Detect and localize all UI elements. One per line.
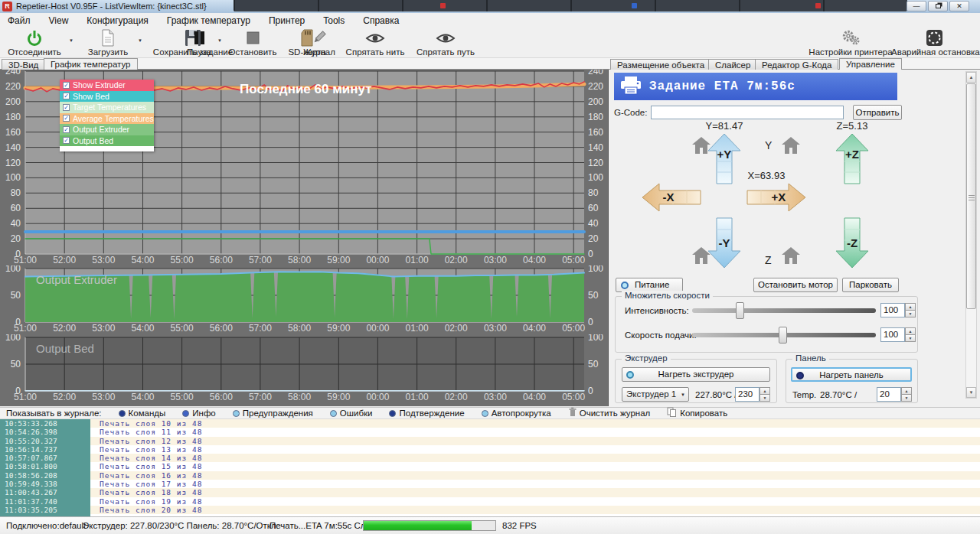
park-button[interactable]: Парковать — [842, 278, 899, 292]
home-all-button[interactable] — [692, 247, 710, 264]
menu-item-Справка[interactable]: Справка — [363, 15, 399, 26]
tab-3D-Вид[interactable]: 3D-Вид — [2, 59, 45, 70]
menu-item-View[interactable]: View — [49, 15, 69, 26]
jog-minus-x-button[interactable]: -X — [642, 184, 701, 211]
restore-button[interactable] — [928, 1, 948, 11]
heat-bed-button[interactable]: Нагреть панель — [791, 367, 912, 382]
legend-item-average-temperatures[interactable]: ✓Average Temperatures — [60, 113, 154, 125]
spin-down-icon[interactable]: ▼ — [905, 334, 916, 342]
send-gcode-button[interactable]: Отправить — [853, 105, 902, 120]
hide-filament-button[interactable]: Спрятать нить — [343, 29, 407, 57]
dropdown-caret-icon[interactable]: ▼ — [69, 38, 74, 43]
legend-item-show-extruder[interactable]: ✓Show Extruder — [60, 80, 154, 91]
hide-path-button[interactable]: Спрятать путь — [413, 29, 478, 57]
emergency-stop-button[interactable]: Аварийная остановка — [891, 29, 977, 57]
log-filter-подтверждение[interactable]: Подтверждение — [389, 409, 464, 418]
home-z-button[interactable] — [782, 247, 800, 264]
log-filter-инфо[interactable]: Инфо — [182, 409, 215, 418]
stop-button[interactable]: Остановить — [225, 29, 280, 57]
feed-value[interactable]: 100 — [880, 327, 905, 342]
extruder-target-value[interactable]: 230 — [735, 387, 760, 402]
menu-item-Конфигурация[interactable]: Конфигурация — [87, 15, 149, 26]
pause-button[interactable]: Пауза ▼ — [184, 29, 214, 57]
log-filter-автопрокрутка[interactable]: Автопрокрутка — [482, 409, 551, 418]
filter-label: Ошибки — [340, 409, 373, 418]
legend-checkbox[interactable]: ✓ — [63, 115, 70, 122]
dropdown-caret-icon[interactable]: ▼ — [138, 38, 142, 43]
printer-settings-button[interactable]: Настройки принтера — [808, 29, 893, 57]
log-filter-команды[interactable]: Команды — [119, 409, 166, 418]
x-tick-label: 01:00 — [406, 255, 429, 265]
dropdown-caret-icon[interactable]: ▼ — [217, 38, 222, 43]
bed-current-temp: 28.70°C / — [820, 390, 857, 399]
legend-checkbox[interactable]: ✓ — [63, 93, 70, 99]
tab-Слайсер[interactable]: Слайсер — [708, 59, 757, 70]
x-tick-label: 04:00 — [523, 255, 546, 265]
legend-checkbox[interactable]: ✓ — [63, 104, 70, 111]
legend-checkbox[interactable]: ✓ — [63, 82, 70, 89]
x-tick-label: 04:00 — [523, 323, 546, 334]
legend-item-output-bed[interactable]: ✓Output Bed — [60, 135, 154, 147]
close-button[interactable]: ✕ — [949, 1, 969, 11]
flow-slider-thumb[interactable] — [736, 302, 744, 319]
jog-plus-x-button[interactable]: +X — [747, 184, 805, 211]
x-tick-label: 00:00 — [366, 323, 389, 334]
svg-text:-X: -X — [663, 190, 675, 204]
legend-item-show-bed[interactable]: ✓Show Bed — [60, 91, 154, 103]
y-tick-label: 200 — [5, 96, 21, 107]
log-filter-ошибки[interactable]: Ошибки — [330, 409, 373, 418]
spin-down-icon[interactable]: ▼ — [760, 394, 770, 402]
scroll-up-icon[interactable]: ▲ — [966, 72, 976, 83]
scroll-down-icon[interactable]: ▼ — [966, 387, 976, 398]
scrollbar-thumb[interactable] — [966, 83, 976, 309]
load-button[interactable]: Загрузить ▼ — [83, 29, 133, 57]
menu-item-Файл[interactable]: Файл — [8, 15, 31, 26]
log-message: Печать слоя 12 из 48 — [100, 437, 202, 445]
y-tick-label: 100 — [588, 334, 603, 343]
gcode-input[interactable] — [651, 106, 844, 119]
clear-log-button[interactable]: Очистить журнал — [568, 407, 651, 419]
tab-Управление[interactable]: Управление — [839, 58, 902, 70]
legend-item-target-temperatures[interactable]: ✓Target Temperatures — [60, 102, 154, 113]
menu-item-Tools[interactable]: Tools — [323, 15, 345, 26]
tab-График температур[interactable]: График температур — [44, 58, 138, 70]
spin-down-icon[interactable]: ▼ — [901, 394, 912, 402]
legend-item-output-extruder[interactable]: ✓Output Extruder — [60, 124, 154, 135]
spin-down-icon[interactable]: ▼ — [905, 310, 916, 317]
feed-slider-thumb[interactable] — [779, 327, 787, 344]
flow-slider[interactable] — [692, 308, 876, 313]
jog-minus-y-button[interactable]: -Y — [708, 218, 740, 268]
tab-Редактор G-Кода[interactable]: Редактор G-Кода — [755, 59, 838, 70]
y-tick-label: 60 — [11, 203, 21, 213]
log-message: Печать слоя 15 из 48 — [100, 462, 202, 471]
bed-target-value[interactable]: 20 — [877, 387, 901, 402]
legend-checkbox[interactable]: ✓ — [63, 126, 70, 133]
home-y-button[interactable] — [782, 137, 800, 154]
log-filter-предупраждения[interactable]: Предупраждения — [233, 409, 313, 418]
x-tick-label: 03:00 — [484, 392, 507, 402]
menu-item-График температур[interactable]: График температур — [167, 15, 250, 26]
feed-slider[interactable] — [692, 333, 876, 337]
copy-log-button[interactable]: Копировать — [667, 407, 727, 419]
x-tick-label: 01:00 — [406, 392, 429, 402]
control-scrollbar[interactable]: ▲ ▼ — [965, 71, 977, 399]
stop-motor-button[interactable]: Остановить мотор — [753, 278, 838, 292]
heat-extruder-button[interactable]: Нагреть экструдер — [622, 367, 770, 382]
x-tick-label: 54:00 — [131, 323, 154, 334]
log-button[interactable]: Журнал — [301, 29, 338, 57]
log-timestamp: 11:03:35.205 — [0, 506, 90, 514]
y-tick-label: 80 — [588, 187, 599, 198]
menu-item-Принтер[interactable]: Принтер — [269, 15, 305, 26]
disconnect-button[interactable]: Отсоединить ▼ — [5, 29, 64, 57]
home-x-button[interactable] — [692, 137, 710, 154]
jog-plus-z-button[interactable]: +Z — [836, 134, 868, 184]
flow-value[interactable]: 100 — [880, 303, 905, 317]
legend-label: Show Extruder — [73, 80, 126, 90]
jog-minus-z-button[interactable]: -Z — [836, 218, 868, 268]
legend-checkbox[interactable]: ✓ — [63, 137, 70, 144]
extruder-selector[interactable]: Экструдер 1 ▼ — [622, 387, 689, 402]
jog-plus-y-button[interactable]: +Y — [708, 134, 740, 184]
tab-Размещение объекта[interactable]: Размещение объекта — [610, 59, 711, 70]
minimize-button[interactable]: — — [906, 1, 926, 11]
log-area[interactable]: 10:53:33.268Печать слоя 10 из 4810:54:26… — [0, 419, 980, 516]
